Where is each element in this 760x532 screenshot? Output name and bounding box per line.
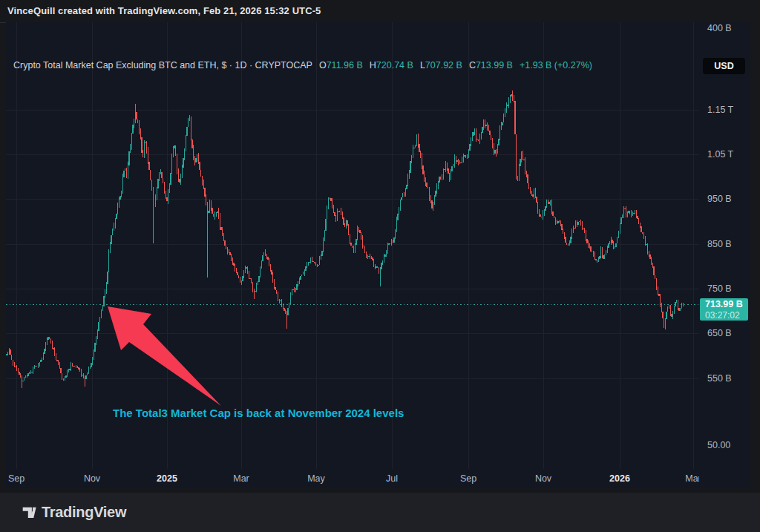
time-axis-label: 2025: [157, 473, 177, 484]
footer-bar: TradingView: [0, 493, 760, 532]
time-axis-label: May: [307, 473, 325, 484]
time-axis-label: Mar: [233, 473, 249, 484]
annotation-arrow[interactable]: [6, 22, 699, 469]
bar-countdown: 03:27:02: [705, 310, 748, 321]
price-axis-label: 400 B: [707, 23, 732, 33]
price-axis-label: 850 B: [707, 239, 732, 249]
price-axis-label: 650 B: [707, 328, 732, 338]
price-axis-label: 950 B: [707, 194, 732, 204]
time-axis-label: Nov: [535, 473, 551, 484]
time-axis-label: Jul: [386, 473, 398, 484]
price-axis-label: 1.05 T: [707, 149, 733, 160]
price-axis-label: 750 B: [707, 283, 732, 294]
time-axis-label: Nov: [84, 473, 100, 484]
currency-badge[interactable]: USD: [703, 58, 745, 74]
price-axis-label: 1.15 T: [707, 105, 733, 115]
attribution-watermark: VinceQuill created with TradingView.com,…: [7, 5, 321, 16]
time-axis[interactable]: SepNov2025MarMayJulSepNov2026Mar: [6, 469, 699, 488]
last-price-badge: 713.99 B 03:27:02: [700, 298, 748, 321]
annotation-text[interactable]: The Total3 Market Cap is back at Novembe…: [113, 407, 404, 419]
last-price-value: 713.99 B: [705, 299, 748, 310]
time-axis-label: Sep: [8, 473, 24, 484]
time-axis-label: 2026: [609, 473, 630, 484]
time-axis-label: Mar: [685, 473, 699, 484]
price-axis[interactable]: USD 400 B1.15 T1.05 T950 B850 B750 B650 …: [699, 22, 750, 488]
tradingview-logo-text: TradingView: [42, 504, 126, 521]
tradingview-logo-icon: [22, 505, 36, 519]
time-axis-label: Sep: [460, 473, 476, 484]
price-axis-label: 550 B: [707, 373, 732, 384]
tradingview-published-chart: VinceQuill created with TradingView.com,…: [0, 0, 760, 532]
tradingview-logo[interactable]: TradingView: [22, 504, 126, 521]
price-axis-label: 50.00: [707, 440, 730, 450]
